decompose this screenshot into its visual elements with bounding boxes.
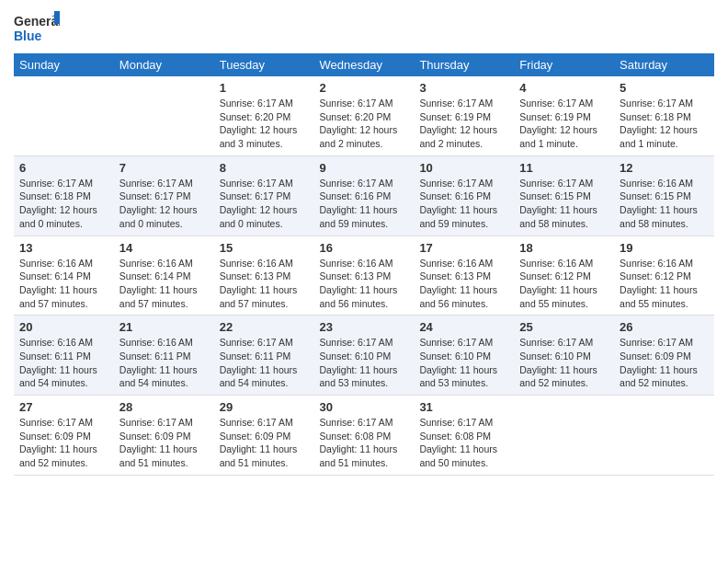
- day-number: 13: [19, 241, 108, 255]
- calendar-cell: 24Sunrise: 6:17 AM Sunset: 6:10 PM Dayli…: [414, 316, 514, 396]
- day-detail: Sunrise: 6:17 AM Sunset: 6:09 PM Dayligh…: [620, 336, 709, 390]
- calendar-cell: 21Sunrise: 6:16 AM Sunset: 6:11 PM Dayli…: [114, 316, 214, 396]
- calendar-week-row: 20Sunrise: 6:16 AM Sunset: 6:11 PM Dayli…: [14, 316, 714, 396]
- day-detail: Sunrise: 6:17 AM Sunset: 6:20 PM Dayligh…: [220, 97, 309, 151]
- day-detail: Sunrise: 6:17 AM Sunset: 6:10 PM Dayligh…: [519, 336, 609, 390]
- calendar-cell: 14Sunrise: 6:16 AM Sunset: 6:14 PM Dayli…: [114, 236, 214, 316]
- calendar-cell: 25Sunrise: 6:17 AM Sunset: 6:10 PM Dayli…: [514, 316, 614, 396]
- calendar-cell: 12Sunrise: 6:16 AM Sunset: 6:15 PM Dayli…: [614, 155, 714, 236]
- day-detail: Sunrise: 6:17 AM Sunset: 6:08 PM Dayligh…: [419, 416, 508, 470]
- day-number: 18: [519, 241, 609, 255]
- calendar-cell: 2Sunrise: 6:17 AM Sunset: 6:20 PM Daylig…: [314, 76, 415, 155]
- calendar-cell: 16Sunrise: 6:16 AM Sunset: 6:13 PM Dayli…: [314, 236, 415, 316]
- day-number: 16: [320, 241, 409, 255]
- day-number: 8: [220, 161, 309, 175]
- day-number: 2: [320, 81, 409, 95]
- weekday-header: Saturday: [614, 53, 714, 76]
- day-detail: Sunrise: 6:16 AM Sunset: 6:12 PM Dayligh…: [620, 257, 709, 311]
- calendar-week-row: 1Sunrise: 6:17 AM Sunset: 6:20 PM Daylig…: [14, 76, 714, 155]
- calendar-cell: 29Sunrise: 6:17 AM Sunset: 6:09 PM Dayli…: [214, 396, 314, 476]
- day-number: 27: [19, 400, 108, 414]
- day-detail: Sunrise: 6:17 AM Sunset: 6:17 PM Dayligh…: [220, 177, 309, 231]
- day-detail: Sunrise: 6:17 AM Sunset: 6:19 PM Dayligh…: [519, 97, 609, 151]
- day-detail: Sunrise: 6:16 AM Sunset: 6:13 PM Dayligh…: [419, 257, 508, 311]
- calendar-cell: 18Sunrise: 6:16 AM Sunset: 6:12 PM Dayli…: [514, 236, 614, 316]
- page-header: General Blue: [14, 9, 714, 46]
- day-number: 11: [519, 161, 609, 175]
- calendar-cell: [614, 396, 714, 476]
- day-number: 23: [320, 320, 409, 334]
- day-detail: Sunrise: 6:16 AM Sunset: 6:14 PM Dayligh…: [119, 257, 209, 311]
- day-number: 1: [220, 81, 309, 95]
- calendar-cell: 27Sunrise: 6:17 AM Sunset: 6:09 PM Dayli…: [14, 396, 114, 476]
- weekday-header-row: SundayMondayTuesdayWednesdayThursdayFrid…: [14, 53, 714, 76]
- day-number: 12: [620, 161, 709, 175]
- day-detail: Sunrise: 6:17 AM Sunset: 6:16 PM Dayligh…: [419, 177, 508, 231]
- day-number: 17: [419, 241, 508, 255]
- weekday-header: Tuesday: [214, 53, 314, 76]
- calendar-cell: 30Sunrise: 6:17 AM Sunset: 6:08 PM Dayli…: [314, 396, 415, 476]
- svg-text:Blue: Blue: [14, 29, 42, 43]
- calendar-week-row: 27Sunrise: 6:17 AM Sunset: 6:09 PM Dayli…: [14, 396, 714, 476]
- weekday-header: Wednesday: [314, 53, 415, 76]
- day-number: 3: [419, 81, 508, 95]
- calendar-cell: 7Sunrise: 6:17 AM Sunset: 6:17 PM Daylig…: [114, 155, 214, 236]
- calendar-cell: 31Sunrise: 6:17 AM Sunset: 6:08 PM Dayli…: [414, 396, 514, 476]
- day-number: 6: [19, 161, 108, 175]
- calendar-cell: 20Sunrise: 6:16 AM Sunset: 6:11 PM Dayli…: [14, 316, 114, 396]
- calendar-cell: 1Sunrise: 6:17 AM Sunset: 6:20 PM Daylig…: [214, 76, 314, 155]
- weekday-header: Sunday: [14, 53, 114, 76]
- day-number: 21: [119, 320, 209, 334]
- weekday-header: Monday: [114, 53, 214, 76]
- day-number: 28: [119, 400, 209, 414]
- day-number: 15: [220, 241, 309, 255]
- day-detail: Sunrise: 6:17 AM Sunset: 6:08 PM Dayligh…: [320, 416, 409, 470]
- calendar-cell: 15Sunrise: 6:16 AM Sunset: 6:13 PM Dayli…: [214, 236, 314, 316]
- day-detail: Sunrise: 6:16 AM Sunset: 6:13 PM Dayligh…: [320, 257, 409, 311]
- day-number: 7: [119, 161, 209, 175]
- calendar-cell: 6Sunrise: 6:17 AM Sunset: 6:18 PM Daylig…: [14, 155, 114, 236]
- calendar-cell: 5Sunrise: 6:17 AM Sunset: 6:18 PM Daylig…: [614, 76, 714, 155]
- day-detail: Sunrise: 6:17 AM Sunset: 6:20 PM Dayligh…: [320, 97, 409, 151]
- weekday-header: Friday: [514, 53, 614, 76]
- day-detail: Sunrise: 6:17 AM Sunset: 6:18 PM Dayligh…: [620, 97, 709, 151]
- calendar-week-row: 13Sunrise: 6:16 AM Sunset: 6:14 PM Dayli…: [14, 236, 714, 316]
- day-detail: Sunrise: 6:17 AM Sunset: 6:17 PM Dayligh…: [119, 177, 209, 231]
- calendar-cell: 9Sunrise: 6:17 AM Sunset: 6:16 PM Daylig…: [314, 155, 415, 236]
- day-detail: Sunrise: 6:17 AM Sunset: 6:10 PM Dayligh…: [419, 336, 508, 390]
- day-detail: Sunrise: 6:16 AM Sunset: 6:12 PM Dayligh…: [519, 257, 609, 311]
- calendar-week-row: 6Sunrise: 6:17 AM Sunset: 6:18 PM Daylig…: [14, 155, 714, 236]
- day-number: 29: [220, 400, 309, 414]
- calendar-cell: 8Sunrise: 6:17 AM Sunset: 6:17 PM Daylig…: [214, 155, 314, 236]
- day-number: 14: [119, 241, 209, 255]
- day-detail: Sunrise: 6:16 AM Sunset: 6:14 PM Dayligh…: [19, 257, 108, 311]
- day-detail: Sunrise: 6:17 AM Sunset: 6:09 PM Dayligh…: [220, 416, 309, 470]
- logo-svg: General Blue: [14, 9, 60, 46]
- day-detail: Sunrise: 6:17 AM Sunset: 6:15 PM Dayligh…: [519, 177, 609, 231]
- calendar-cell: [114, 76, 214, 155]
- day-detail: Sunrise: 6:17 AM Sunset: 6:09 PM Dayligh…: [119, 416, 209, 470]
- day-detail: Sunrise: 6:17 AM Sunset: 6:09 PM Dayligh…: [19, 416, 108, 470]
- day-detail: Sunrise: 6:16 AM Sunset: 6:11 PM Dayligh…: [119, 336, 209, 390]
- calendar-cell: 10Sunrise: 6:17 AM Sunset: 6:16 PM Dayli…: [414, 155, 514, 236]
- day-detail: Sunrise: 6:16 AM Sunset: 6:11 PM Dayligh…: [19, 336, 108, 390]
- day-number: 20: [19, 320, 108, 334]
- day-number: 24: [419, 320, 508, 334]
- day-number: 5: [620, 81, 709, 95]
- day-number: 22: [220, 320, 309, 334]
- day-detail: Sunrise: 6:17 AM Sunset: 6:16 PM Dayligh…: [320, 177, 409, 231]
- calendar-cell: 3Sunrise: 6:17 AM Sunset: 6:19 PM Daylig…: [414, 76, 514, 155]
- day-detail: Sunrise: 6:16 AM Sunset: 6:15 PM Dayligh…: [620, 177, 709, 231]
- calendar-cell: [14, 76, 114, 155]
- calendar-cell: 11Sunrise: 6:17 AM Sunset: 6:15 PM Dayli…: [514, 155, 614, 236]
- day-detail: Sunrise: 6:16 AM Sunset: 6:13 PM Dayligh…: [220, 257, 309, 311]
- calendar-cell: 17Sunrise: 6:16 AM Sunset: 6:13 PM Dayli…: [414, 236, 514, 316]
- calendar-cell: 13Sunrise: 6:16 AM Sunset: 6:14 PM Dayli…: [14, 236, 114, 316]
- day-number: 25: [519, 320, 609, 334]
- day-number: 26: [620, 320, 709, 334]
- calendar-cell: 23Sunrise: 6:17 AM Sunset: 6:10 PM Dayli…: [314, 316, 415, 396]
- day-number: 9: [320, 161, 409, 175]
- weekday-header: Thursday: [414, 53, 514, 76]
- day-number: 4: [519, 81, 609, 95]
- calendar-cell: [514, 396, 614, 476]
